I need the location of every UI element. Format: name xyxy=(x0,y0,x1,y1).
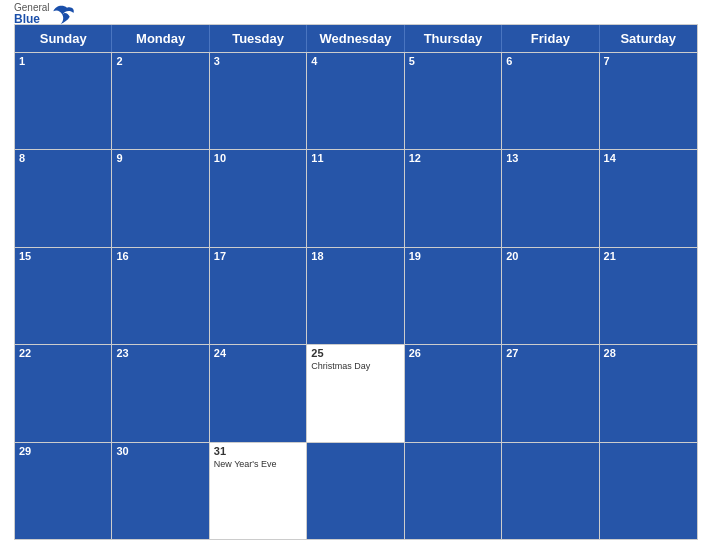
calendar-cell: 16 xyxy=(112,248,209,344)
calendar-header: General Blue xyxy=(14,10,698,18)
cell-date: 5 xyxy=(409,55,497,67)
calendar-cell xyxy=(405,443,502,539)
calendar-cell: 21 xyxy=(600,248,697,344)
calendar-cell xyxy=(307,443,404,539)
calendar-week-2: 891011121314 xyxy=(15,149,697,246)
cell-date: 1 xyxy=(19,55,107,67)
cell-date: 31 xyxy=(214,445,302,457)
cell-date: 10 xyxy=(214,152,302,164)
day-header-thursday: Thursday xyxy=(405,25,502,52)
calendar-cell: 27 xyxy=(502,345,599,441)
calendar-grid: SundayMondayTuesdayWednesdayThursdayFrid… xyxy=(14,24,698,540)
cell-date: 9 xyxy=(116,152,204,164)
calendar-days-header: SundayMondayTuesdayWednesdayThursdayFrid… xyxy=(15,25,697,52)
day-header-monday: Monday xyxy=(112,25,209,52)
cell-date: 30 xyxy=(116,445,204,457)
day-header-friday: Friday xyxy=(502,25,599,52)
calendar-cell: 3 xyxy=(210,53,307,149)
cell-date: 4 xyxy=(311,55,399,67)
calendar-cell: 14 xyxy=(600,150,697,246)
cell-date: 29 xyxy=(19,445,107,457)
calendar-cell: 25Christmas Day xyxy=(307,345,404,441)
cell-date: 21 xyxy=(604,250,693,262)
day-header-sunday: Sunday xyxy=(15,25,112,52)
cell-event: New Year's Eve xyxy=(214,459,302,469)
cell-date: 16 xyxy=(116,250,204,262)
calendar-week-1: 1234567 xyxy=(15,52,697,149)
calendar-cell xyxy=(600,443,697,539)
cell-date: 8 xyxy=(19,152,107,164)
calendar-cell: 20 xyxy=(502,248,599,344)
cell-date: 20 xyxy=(506,250,594,262)
day-header-saturday: Saturday xyxy=(600,25,697,52)
calendar-cell: 1 xyxy=(15,53,112,149)
cell-date: 6 xyxy=(506,55,594,67)
calendar-cell: 11 xyxy=(307,150,404,246)
logo-blue-text: Blue xyxy=(14,13,50,25)
calendar-week-5: 293031New Year's Eve xyxy=(15,442,697,539)
calendar-cell: 5 xyxy=(405,53,502,149)
calendar-body: 1234567891011121314151617181920212223242… xyxy=(15,52,697,539)
cell-date: 7 xyxy=(604,55,693,67)
calendar-cell: 18 xyxy=(307,248,404,344)
calendar-cell: 31New Year's Eve xyxy=(210,443,307,539)
cell-date: 2 xyxy=(116,55,204,67)
calendar-cell: 23 xyxy=(112,345,209,441)
logo: General Blue xyxy=(14,3,82,25)
cell-date: 17 xyxy=(214,250,302,262)
cell-date: 12 xyxy=(409,152,497,164)
calendar-cell: 24 xyxy=(210,345,307,441)
cell-date: 24 xyxy=(214,347,302,359)
cell-date: 26 xyxy=(409,347,497,359)
calendar-cell: 22 xyxy=(15,345,112,441)
calendar-cell: 19 xyxy=(405,248,502,344)
day-header-wednesday: Wednesday xyxy=(307,25,404,52)
cell-date: 18 xyxy=(311,250,399,262)
calendar-cell: 15 xyxy=(15,248,112,344)
calendar-cell: 29 xyxy=(15,443,112,539)
calendar-cell: 12 xyxy=(405,150,502,246)
cell-date: 14 xyxy=(604,152,693,164)
calendar-cell: 2 xyxy=(112,53,209,149)
logo-bird-icon xyxy=(52,4,82,24)
calendar-cell: 4 xyxy=(307,53,404,149)
calendar-page: General Blue SundayMondayTuesdayWednesda… xyxy=(0,0,712,550)
calendar-cell: 28 xyxy=(600,345,697,441)
cell-date: 3 xyxy=(214,55,302,67)
calendar-cell: 30 xyxy=(112,443,209,539)
cell-date: 22 xyxy=(19,347,107,359)
calendar-cell: 26 xyxy=(405,345,502,441)
calendar-week-3: 15161718192021 xyxy=(15,247,697,344)
calendar-cell: 7 xyxy=(600,53,697,149)
calendar-cell: 10 xyxy=(210,150,307,246)
calendar-week-4: 22232425Christmas Day262728 xyxy=(15,344,697,441)
cell-date: 27 xyxy=(506,347,594,359)
calendar-cell: 17 xyxy=(210,248,307,344)
calendar-cell xyxy=(502,443,599,539)
cell-date: 15 xyxy=(19,250,107,262)
calendar-cell: 8 xyxy=(15,150,112,246)
calendar-cell: 13 xyxy=(502,150,599,246)
calendar-cell: 9 xyxy=(112,150,209,246)
cell-date: 13 xyxy=(506,152,594,164)
day-header-tuesday: Tuesday xyxy=(210,25,307,52)
cell-date: 28 xyxy=(604,347,693,359)
cell-date: 25 xyxy=(311,347,399,359)
cell-event: Christmas Day xyxy=(311,361,399,371)
calendar-cell: 6 xyxy=(502,53,599,149)
cell-date: 19 xyxy=(409,250,497,262)
cell-date: 23 xyxy=(116,347,204,359)
cell-date: 11 xyxy=(311,152,399,164)
